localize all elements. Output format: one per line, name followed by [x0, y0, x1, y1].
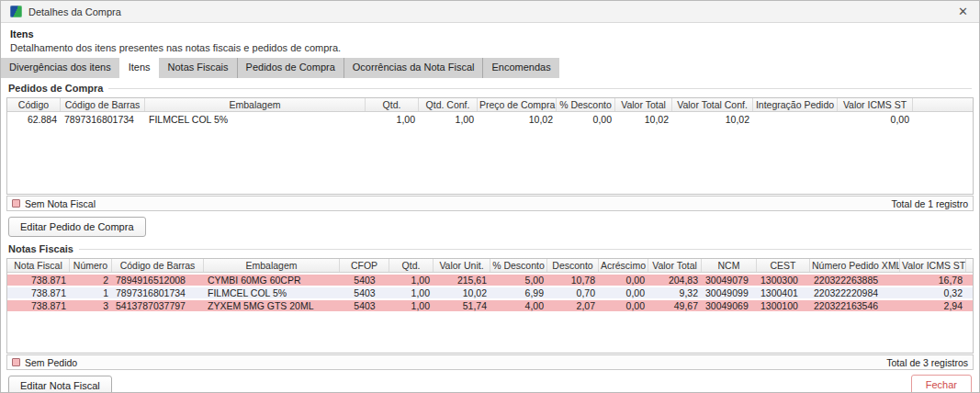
table-cell: 4,00 — [490, 300, 547, 311]
table-cell: 49,67 — [648, 300, 702, 311]
group-rule — [108, 88, 972, 89]
column-header[interactable]: Nota Fiscal — [7, 259, 70, 272]
table-row[interactable]: 738.87117897316801734FILMCEL COL 5%54031… — [7, 287, 973, 298]
column-header[interactable]: Qtd. — [366, 98, 419, 111]
table-cell: 220322220984 — [810, 287, 900, 298]
page-header: Itens Detalhamento dos itens presentes n… — [1, 23, 979, 54]
column-header[interactable]: Código de Barras — [112, 259, 204, 272]
table-cell: FILMCEL COL 5% — [204, 287, 340, 298]
column-header[interactable]: Número — [70, 259, 112, 272]
table-cell: 2,94 — [900, 300, 966, 311]
column-header[interactable]: CEST — [757, 259, 810, 272]
table-row[interactable]: 738.87135413787037797ZYXEM 5MG GTS 20ML5… — [7, 300, 973, 311]
close-icon[interactable]: ✕ — [958, 6, 968, 17]
column-header[interactable]: NCM — [702, 259, 757, 272]
section-title: Itens — [10, 28, 970, 40]
column-header[interactable]: Código — [7, 98, 61, 111]
column-header[interactable]: Integração Pedido — [753, 98, 838, 111]
column-header[interactable]: Valor ICMS ST — [900, 259, 966, 272]
tab-encomendas[interactable]: Encomendas — [482, 58, 558, 78]
pedidos-status-bar: Sem Nota Fiscal Total de 1 registro — [6, 196, 974, 211]
pedidos-group-header: Pedidos de Compra — [8, 82, 972, 95]
column-header[interactable]: Valor Total Conf. — [672, 98, 753, 111]
column-header[interactable]: Preço de Compra — [478, 98, 557, 111]
pedidos-table[interactable]: CódigoCódigo de BarrasEmbalagemQtd.Qtd. … — [6, 97, 974, 195]
pedidos-group-label: Pedidos de Compra — [8, 83, 103, 94]
pedidos-total: Total de 1 registro — [892, 198, 968, 209]
table-cell-filler — [913, 114, 973, 125]
legend-color-icon — [12, 358, 20, 366]
notas-status-bar: Sem Pedido Total de 3 registros — [6, 354, 974, 370]
table-cell: 5403 — [340, 287, 389, 298]
tab-notas-fiscais[interactable]: Notas Fiscais — [159, 58, 237, 78]
column-header[interactable]: Número Pedido XML — [810, 259, 900, 272]
tab-row: Divergências dos itensItensNotas Fiscais… — [1, 58, 979, 78]
table-cell-filler — [966, 275, 974, 286]
table-cell: 1,00 — [419, 114, 478, 125]
column-header[interactable]: Embalagem — [145, 98, 366, 111]
bottom-button-row: Editar Nota Fiscal Fechar — [6, 373, 974, 393]
table-cell: 1300300 — [757, 275, 810, 286]
table-cell: 5403 — [340, 300, 389, 311]
column-header-filler — [966, 259, 973, 272]
column-header[interactable]: Desconto — [547, 259, 599, 272]
table-cell: 6,99 — [490, 287, 547, 298]
column-header[interactable]: Valor Total — [615, 98, 672, 111]
legend-color-icon — [12, 199, 20, 208]
column-header[interactable]: Valor ICMS ST — [838, 98, 913, 111]
section-subtitle: Detalhamento dos itens presentes nas not… — [10, 42, 970, 54]
tab-itens[interactable]: Itens — [119, 58, 159, 78]
table-cell-filler — [966, 300, 974, 311]
table-cell: 5403 — [340, 275, 389, 286]
table-cell: 7894916512008 — [112, 275, 204, 286]
notas-legend-label: Sem Pedido — [25, 357, 77, 368]
column-header[interactable]: Código de Barras — [61, 98, 145, 111]
column-header[interactable]: CFOP — [340, 259, 389, 272]
table-cell: 5413787037797 — [112, 300, 204, 311]
column-header[interactable]: Valor Unit. — [434, 259, 490, 272]
column-header[interactable]: Valor Total — [648, 259, 702, 272]
table-cell: 0,00 — [599, 287, 648, 298]
table-cell: 1300100 — [757, 300, 810, 311]
table-cell: 62.884 — [7, 114, 61, 125]
pedidos-legend-label: Sem Nota Fiscal — [25, 198, 96, 209]
notas-legend: Sem Pedido — [12, 357, 77, 368]
notas-table[interactable]: Nota FiscalNúmeroCódigo de BarrasEmbalag… — [6, 258, 974, 354]
edit-pedido-button[interactable]: Editar Pedido de Compra — [8, 217, 146, 237]
column-header[interactable]: % Desconto — [557, 98, 615, 111]
table-cell: ZYXEM 5MG GTS 20ML — [204, 300, 340, 311]
column-header[interactable]: Embalagem — [204, 259, 340, 272]
column-header[interactable]: % Desconto — [490, 259, 547, 272]
title-bar: Detalhes da Compra ✕ — [1, 1, 979, 23]
column-header[interactable]: Qtd. — [389, 259, 434, 272]
column-header[interactable]: Acréscimo — [599, 259, 648, 272]
table-row[interactable]: 738.87127894916512008CYMBI 60MG 60CPR540… — [7, 275, 973, 286]
table-cell: 1,00 — [389, 275, 434, 286]
tab-diverg-ncias-dos-itens[interactable]: Divergências dos itens — [1, 58, 119, 78]
table-cell: 1,00 — [389, 287, 434, 298]
table-cell: 0,70 — [547, 287, 599, 298]
content-area: Pedidos de Compra CódigoCódigo de Barras… — [1, 82, 979, 393]
window-title: Detalhes da Compra — [28, 6, 121, 17]
table-cell: 738.871 — [7, 275, 70, 286]
edit-nota-button[interactable]: Editar Nota Fiscal — [8, 376, 112, 393]
table-cell: 738.871 — [7, 300, 70, 311]
tab-ocorr-ncias-da-nota-fiscal[interactable]: Ocorrências da Nota Fiscal — [344, 58, 483, 78]
table-cell: 2,07 — [547, 300, 599, 311]
tab-pedidos-de-compra[interactable]: Pedidos de Compra — [237, 58, 344, 78]
table-cell: 9,32 — [648, 287, 702, 298]
table-cell: 220322263885 — [810, 275, 900, 286]
table-cell: 10,02 — [478, 114, 557, 125]
table-cell: 7897316801734 — [112, 287, 204, 298]
notas-group-label: Notas Fiscais — [8, 243, 73, 254]
close-dialog-button[interactable]: Fechar — [911, 375, 972, 393]
table-cell: 1,00 — [389, 300, 434, 311]
column-header[interactable]: Qtd. Conf. — [419, 98, 478, 111]
table-cell: 2 — [70, 275, 112, 286]
table-row[interactable]: 62.8847897316801734FILMCEL COL 5%1,001,0… — [7, 114, 973, 125]
table-cell: 204,83 — [648, 275, 702, 286]
notas-group-header: Notas Fiscais — [8, 242, 972, 255]
table-cell — [753, 114, 838, 125]
table-cell: 30049079 — [702, 275, 757, 286]
table-cell: 30049069 — [702, 300, 757, 311]
